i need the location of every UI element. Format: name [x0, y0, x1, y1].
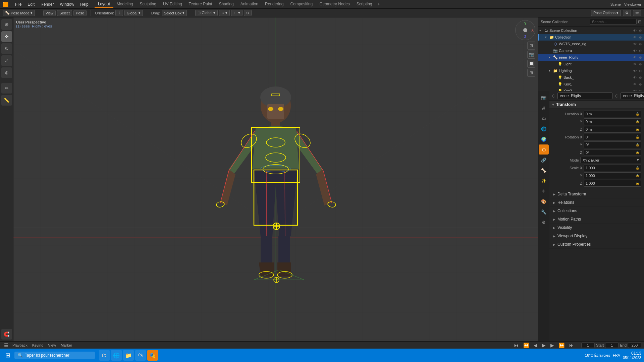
viewport-3d[interactable]: User Perspective (1) eeee_Rigify : eyes … — [13, 17, 538, 341]
col-vis-restrict[interactable]: ⊙ — [638, 36, 643, 39]
location-y-field[interactable]: 0 m 🔒 — [584, 118, 641, 125]
outliner-search-input[interactable] — [590, 19, 637, 25]
outliner-scene-collection[interactable]: ▾ 🗂 Scene Collection 👁 ⊙ — [538, 27, 644, 34]
playback-label[interactable]: Playback — [12, 343, 28, 347]
col-vis-eye[interactable]: 👁 — [633, 36, 637, 39]
wgts-restrict[interactable]: ⊙ — [638, 42, 643, 46]
taskbar-store-icon[interactable]: 🛍 — [135, 350, 146, 361]
menu-edit[interactable]: Edit — [25, 1, 37, 7]
scale-y-field[interactable]: 1.000 🔒 — [584, 172, 641, 179]
toggle-quad-btn[interactable]: ⊞ — [527, 69, 535, 77]
select-menu[interactable]: Select — [57, 10, 72, 16]
prop-tab-world[interactable]: 🌍 — [539, 134, 549, 144]
motion-paths-collapsed[interactable]: ▶ Motion Paths — [549, 215, 644, 224]
proportional-edit-btn[interactable]: ⊙ — [244, 10, 252, 16]
orientation-dropdown[interactable]: Global ▾ — [124, 10, 143, 16]
current-frame-input[interactable] — [581, 343, 595, 348]
outliner-eeee-rigify[interactable]: ▾ 🦴 eeee_Rigify 👁 ⊙ — [538, 54, 644, 61]
prop-tab-scene[interactable]: 🌐 — [539, 124, 549, 134]
lighting-eye[interactable]: 👁 — [633, 69, 637, 73]
menu-render[interactable]: Render — [38, 1, 56, 7]
tab-geometry-nodes[interactable]: Geometry Nodes — [316, 1, 353, 8]
gizmo-btn[interactable]: ⚙ — [623, 10, 631, 16]
visibility-collapsed[interactable]: ▶ Visibility — [549, 224, 644, 232]
prop-tab-particles[interactable]: ✨ — [539, 176, 549, 186]
light-eye[interactable]: 👁 — [633, 62, 637, 66]
nav-gizmo[interactable]: X Y Z — [515, 20, 535, 40]
tab-uv-editing[interactable]: UV Editing — [160, 1, 185, 8]
next-keyframe-btn[interactable]: ⏩ — [557, 343, 566, 348]
taskbar-files-icon[interactable]: 📁 — [123, 350, 134, 361]
snap-tool[interactable]: 🧲 — [1, 329, 12, 340]
search-box[interactable]: 🔍 Taper ici pour rechercher — [14, 352, 95, 359]
pose-options-btn[interactable]: Pose Options ▾ — [591, 10, 621, 16]
move-tool[interactable]: ✛ — [1, 31, 12, 42]
filter-icon[interactable]: ⊟ — [638, 19, 641, 24]
tab-layout[interactable]: Layout — [95, 1, 113, 8]
rig-restrict[interactable]: ⊙ — [638, 56, 643, 59]
prop-tab-constraints[interactable]: 🔗 — [539, 155, 549, 165]
prop-tab-shaderfx[interactable]: ⚙ — [539, 217, 549, 227]
outliner-light[interactable]: 💡 Light 👁 ⊙ — [538, 61, 644, 67]
prop-tab-material[interactable]: 🎨 — [539, 196, 549, 206]
tab-scripting[interactable]: Scripting — [353, 1, 376, 8]
key1-restrict[interactable]: ⊙ — [638, 82, 643, 86]
next-frame-btn[interactable]: ▶ — [549, 343, 555, 348]
drag-dropdown[interactable]: Select Box ▾ — [162, 10, 187, 16]
outliner-collection[interactable]: ▾ 📁 Collection 👁 ⊙ — [538, 34, 644, 41]
cam-eye[interactable]: 👁 — [633, 49, 637, 53]
taskbar-explorer-icon[interactable]: 🗂 — [99, 350, 110, 361]
prop-tab-render[interactable]: 📷 — [539, 93, 549, 103]
view-label[interactable]: View — [48, 343, 56, 347]
outliner-back[interactable]: 💡 Back_ 👁 ⊙ — [538, 74, 644, 81]
cam-restrict[interactable]: ⊙ — [638, 49, 643, 53]
play-btn[interactable]: ▶ — [541, 343, 547, 348]
tab-rendering[interactable]: Rendering — [262, 1, 287, 8]
keying-label[interactable]: Keying — [32, 343, 44, 347]
end-frame-input[interactable] — [628, 343, 641, 348]
outliner-key1[interactable]: 💡 Key1 👁 ⊙ — [538, 81, 644, 87]
prop-tab-object[interactable]: ⬡ — [539, 144, 549, 155]
tab-shading[interactable]: Shading — [216, 1, 237, 8]
prop-tab-data[interactable]: 🦴 — [539, 165, 549, 175]
transform-header[interactable]: ▾ Transform — [549, 101, 644, 109]
scale-z-field[interactable]: 1.000 🔒 — [584, 180, 641, 187]
camera-view-btn[interactable]: 📷 — [527, 51, 535, 59]
timeline-menu-icon[interactable]: ☰ — [3, 343, 10, 348]
prop-tab-output[interactable]: 🖨 — [539, 103, 549, 113]
annotate-tool[interactable]: ✏ — [1, 83, 12, 94]
relations-collapsed[interactable]: ▶ Relations — [549, 198, 644, 207]
measure-tool[interactable]: 📏 — [1, 95, 12, 106]
wgts-eye[interactable]: 👁 — [633, 42, 637, 46]
scene-vis-restrict[interactable]: ⊙ — [638, 29, 643, 33]
location-x-field[interactable]: 0 m 🔒 — [584, 111, 641, 117]
prev-keyframe-btn[interactable]: ⏪ — [522, 343, 530, 348]
tab-texture-paint[interactable]: Texture Paint — [185, 1, 216, 8]
scale-tool[interactable]: ⤢ — [1, 55, 12, 66]
add-workspace-btn[interactable]: + — [376, 1, 382, 7]
location-z-field[interactable]: 0 m 🔒 — [584, 126, 641, 133]
jump-start-btn[interactable]: ⏮ — [513, 343, 520, 348]
pose-mode-dropdown[interactable]: 🦴 Pose Mode ▾ — [3, 10, 35, 16]
tab-animation[interactable]: Animation — [237, 1, 262, 8]
scene-vis-eye[interactable]: 👁 — [633, 29, 637, 33]
rotate-tool[interactable]: ↻ — [1, 43, 12, 54]
custom-props-collapsed[interactable]: ▶ Custom Properties — [549, 240, 644, 249]
pivot-dropdown[interactable]: ⊙ ▾ — [219, 10, 230, 16]
outliner-key2[interactable]: 💡 Key2 👁 ⊙ — [538, 87, 644, 91]
viewport-display-collapsed[interactable]: ▶ Viewport Display — [549, 232, 644, 240]
menu-file[interactable]: File — [12, 1, 24, 7]
back-restrict[interactable]: ⊙ — [638, 76, 643, 79]
scale-x-field[interactable]: 1.000 🔒 — [584, 165, 641, 171]
jump-end-btn[interactable]: ⏭ — [568, 343, 575, 348]
delta-transform-collapsed[interactable]: ▶ Delta Transform — [549, 190, 644, 198]
prev-frame-btn[interactable]: ◀ — [532, 343, 539, 348]
object-name-input[interactable] — [557, 93, 612, 99]
taskbar-browser-icon[interactable]: 🌐 — [111, 350, 122, 361]
prop-tab-modifiers[interactable]: 🔧 — [539, 207, 549, 217]
tab-compositing[interactable]: Compositing — [287, 1, 316, 8]
outliner-camera[interactable]: 📷 Camera 👁 ⊙ — [538, 47, 644, 54]
menu-help[interactable]: Help — [77, 1, 91, 7]
transform-tool[interactable]: ⊕ — [1, 67, 12, 78]
marker-label[interactable]: Marker — [61, 343, 72, 347]
